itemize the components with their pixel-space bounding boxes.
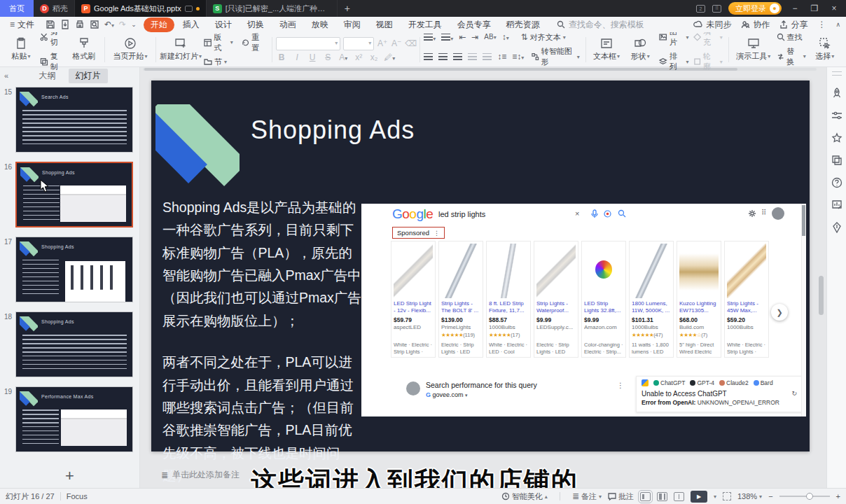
arrange-button[interactable]: 排列▾	[657, 50, 691, 73]
reading-view-button[interactable]	[674, 492, 684, 501]
decrease-indent-icon[interactable]: ⇤	[459, 33, 466, 41]
product-card[interactable]: 1800 Lumens, 11W, 5000K, ... $101.31 100…	[629, 241, 674, 358]
find-button[interactable]: 查找	[775, 31, 808, 43]
align-left-icon[interactable]	[424, 50, 433, 63]
slide-thumbnail-19[interactable]: 19 Performance Max Ads	[15, 386, 133, 452]
collapse-panel-button[interactable]: «	[4, 71, 8, 80]
product-card[interactable]: Strip Lights - The BOLT 8' ... $139.00 P…	[438, 241, 483, 358]
add-slide-button[interactable]: +	[0, 468, 139, 484]
menu-tab-审阅[interactable]: 审阅	[337, 18, 368, 32]
strikethrough-button[interactable]: S	[322, 52, 333, 62]
menu-tab-开发工具[interactable]: 开发工具	[401, 18, 449, 32]
google-serp-screenshot[interactable]: Google led strip lights × ⠿ Sponsored ⋮ …	[361, 204, 806, 416]
layers-icon[interactable]	[831, 154, 843, 167]
decrease-font-icon[interactable]: A⁻	[391, 38, 402, 48]
new-slide-button[interactable]: 新建幻灯片▾	[160, 34, 202, 65]
text-box-button[interactable]: 文本框▾	[590, 34, 623, 65]
align-text-button[interactable]: ⇅ 对齐文本▾	[519, 31, 568, 43]
bold-button[interactable]: B	[276, 52, 287, 62]
slideshow-play-button[interactable]: ▶	[691, 491, 707, 503]
slide-body-text[interactable]: Shopping Ads是以产品为基础的一种谷歌广告系列，目前只剩下标准购物广告…	[162, 196, 361, 486]
clear-format-icon[interactable]: ⌫	[405, 38, 416, 48]
paragraph-spacing-icon[interactable]: ≡↕▾	[512, 52, 524, 61]
font-family-select[interactable]	[276, 37, 340, 50]
product-title[interactable]: Strip Lights - 45W Max,...	[727, 300, 766, 315]
tab-slides[interactable]: 幻灯片	[69, 69, 108, 83]
product-card[interactable]: Kuzco Lighting EW71305... $68.00 Build.c…	[677, 241, 721, 358]
italic-button[interactable]: I	[291, 52, 303, 62]
save-icon[interactable]	[46, 20, 55, 29]
superscript-button[interactable]: x²	[353, 52, 364, 62]
notes-button[interactable]: ≣ 备注▾	[572, 491, 602, 502]
product-card[interactable]: Strip Lights - 45W Max,... $59.20 1000Bu…	[724, 241, 769, 358]
slide-thumbnail-15[interactable]: 15 Search Ads	[15, 87, 133, 153]
slideshow-options-caret[interactable]: ▾	[714, 493, 716, 500]
new-tab-button[interactable]: +	[345, 3, 350, 14]
menu-tab-放映[interactable]: 放映	[305, 18, 335, 32]
play-from-current-button[interactable]: 当页开始▾	[109, 34, 152, 65]
menu-tab-视图[interactable]: 视图	[369, 18, 400, 32]
login-button[interactable]: 立即登录 ●	[728, 2, 782, 15]
menu-tab-开始[interactable]: 开始	[144, 18, 174, 32]
align-right-icon[interactable]	[453, 50, 462, 63]
menu-tab-设计[interactable]: 设计	[208, 18, 239, 32]
ai-tab-Bard[interactable]: Bard	[754, 379, 773, 386]
product-title[interactable]: 8 ft. LED Strip Fixture, 11,7...	[489, 300, 528, 315]
ai-tab-Claude2[interactable]: Claude2	[719, 379, 749, 386]
product-title[interactable]: LED Strip Lights 32.8ft,...	[584, 300, 623, 315]
slide-title[interactable]: Shopping Ads	[251, 115, 415, 145]
replace-button[interactable]: 替换▾	[775, 46, 808, 68]
shapes-button[interactable]: 形状▾	[623, 34, 657, 65]
focus-mode-label[interactable]: Focus	[67, 492, 88, 500]
reset-slide-button[interactable]: 重置	[240, 31, 268, 54]
outline-button[interactable]: 轮廓▾	[691, 50, 725, 73]
command-search-input[interactable]: 查找命令、搜索模板	[557, 19, 644, 31]
font-color-button[interactable]: A▾	[338, 52, 349, 62]
home-tab[interactable]: 首页	[0, 0, 34, 17]
product-title[interactable]: Strip Lights - Waterproof...	[536, 300, 576, 315]
smart-beautify-button[interactable]: 智能美化▴	[501, 491, 548, 502]
product-title[interactable]: LED Strip Light - 12v - Flexib...	[394, 300, 433, 315]
restore-button[interactable]: ❐	[808, 4, 821, 13]
product-card[interactable]: Strip Lights - Waterproof... $9.99 LEDSu…	[534, 241, 578, 358]
chart-edit-icon[interactable]	[831, 199, 843, 211]
distribute-icon[interactable]	[483, 50, 492, 63]
collapse-ribbon-icon[interactable]: ∧	[835, 22, 840, 28]
file-menu[interactable]: ≡ 文件	[6, 19, 39, 31]
menu-tab-插入[interactable]: 插入	[176, 18, 207, 32]
quick-tools-rocket-icon[interactable]	[831, 87, 843, 99]
smart-features-icon[interactable]	[831, 221, 843, 234]
format-painter-button[interactable]: 格式刷	[67, 34, 101, 65]
underline-button[interactable]: U	[307, 52, 318, 62]
menu-tab-动画[interactable]: 动画	[272, 18, 303, 32]
document-tab-sheet[interactable]: S [只读]已解密_...人端淮广种草bf	[207, 0, 338, 17]
select-button[interactable]: 选择▾	[808, 34, 842, 65]
comments-button[interactable]: 批注	[608, 491, 634, 502]
subscript-button[interactable]: x₂	[368, 52, 380, 62]
copy-button[interactable]: 复制	[38, 50, 67, 73]
fit-slide-icon[interactable]	[723, 492, 731, 500]
increase-font-icon[interactable]: A⁺	[377, 38, 388, 48]
to-smart-graphic-button[interactable]: 转智能图形▾	[529, 46, 582, 68]
bullet-list-icon[interactable]: ▾	[424, 31, 436, 43]
product-title[interactable]: 1800 Lumens, 11W, 5000K, ...	[632, 300, 671, 315]
ai-tab-ChatGPT[interactable]: ChatGPT	[653, 379, 685, 386]
product-card[interactable]: LED Strip Lights 32.8ft,... $9.99 Amazon…	[581, 241, 626, 358]
undo-icon[interactable]: ↶▾	[104, 20, 114, 29]
line-spacing-icon[interactable]: ↕≡	[497, 52, 506, 61]
paste-button[interactable]: 粘贴▾	[4, 34, 38, 65]
zoom-in-button[interactable]: +	[836, 492, 840, 500]
export-icon[interactable]	[60, 20, 70, 29]
product-title[interactable]: Kuzco Lighting EW71305...	[679, 300, 719, 315]
notes-placeholder[interactable]: ≣ 单击此处添加备注	[161, 469, 240, 481]
close-button[interactable]: ×	[828, 4, 840, 13]
numbered-list-icon[interactable]: ▾	[441, 31, 453, 43]
more-menu-icon[interactable]: ⋮	[817, 20, 826, 29]
object-properties-icon[interactable]	[831, 109, 843, 122]
zoom-level[interactable]: 138%▾	[737, 492, 762, 500]
slide-canvas[interactable]: Shopping Ads Shopping Ads是以产品为基础的一种谷歌广告系…	[151, 80, 810, 451]
section-button[interactable]: 节▾	[202, 56, 268, 68]
slide-sorter-view-button[interactable]	[657, 492, 667, 501]
slide-thumbnail-17[interactable]: 17 Shopping Ads	[15, 237, 133, 302]
effects-star-icon[interactable]	[831, 132, 843, 144]
